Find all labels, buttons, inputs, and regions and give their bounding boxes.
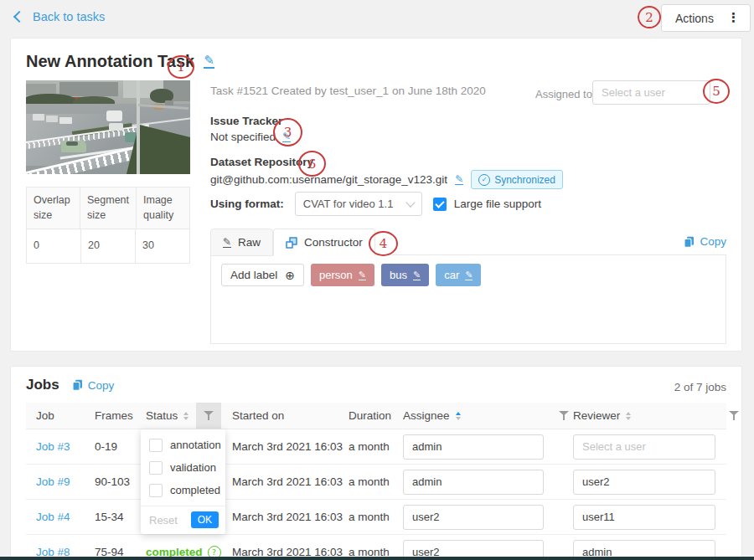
checkbox[interactable] [149,484,163,497]
large-file-checkbox-row[interactable]: Large file support [433,198,541,211]
filter-funnel-icon [204,411,214,420]
job-reviewer-cell [573,465,715,499]
annotation-circle-1: 1 [168,55,194,79]
job-assignee-cell [403,429,544,464]
label-tag-bus[interactable]: bus ✎ [381,264,429,286]
column-assignee[interactable]: Assignee [403,403,461,429]
jobs-title: Jobs [26,377,59,393]
job-reviewer-cell [573,500,715,534]
assigned-to-input[interactable] [592,80,710,105]
task-params-table: Overlap size Segment size Image quality … [26,187,190,264]
checkbox[interactable] [149,461,163,475]
preview-car [165,100,173,105]
reviewer-filter-button[interactable] [721,403,746,429]
column-status[interactable]: Status [146,403,188,429]
dataset-repository-row: git@github.com:username/git_storage_v123… [210,170,563,189]
pencil-icon: ✎ [223,237,231,248]
add-label-text: Add label [230,269,277,281]
label-tag-car-name: car [444,269,459,281]
check-circle-icon: ✓ [478,174,490,186]
edit-label-icon[interactable]: ✎ [465,270,473,280]
job-link[interactable]: Job #3 [36,429,70,464]
assignee-input[interactable] [403,434,544,460]
repository-url[interactable]: git@github.com:username/git_storage_v123… [210,173,447,186]
job-frames: 90-103 [95,465,130,499]
sort-carets-icon[interactable] [626,412,631,420]
annotation-circle-3: 3 [273,118,302,146]
edit-label-icon[interactable]: ✎ [413,270,421,280]
filter-option-completed[interactable]: completed [141,479,225,501]
tab-constructor-label: Constructor [304,236,363,249]
status-filter-button[interactable] [196,403,221,429]
assignee-input[interactable] [403,505,544,530]
edit-title-icon[interactable]: ✎ [204,54,214,69]
filter-option-annotation-label: annotation [170,439,221,451]
filter-reset-button[interactable]: Reset [149,514,178,527]
edit-repository-icon[interactable]: ✎ [455,174,463,185]
sync-status-badge[interactable]: ✓ Synchronized [471,170,563,189]
tab-raw[interactable]: ✎ Raw [210,229,273,256]
column-reviewer[interactable]: Reviewer [573,403,631,429]
label-tag-car[interactable]: car ✎ [436,264,481,286]
params-value-segment: 20 [81,229,136,263]
job-frames: 15-34 [95,500,124,534]
label-tag-bus-name: bus [390,269,407,281]
job-started: March 3rd 2021 16:03 [232,429,343,464]
edit-label-icon[interactable]: ✎ [359,270,366,280]
preview-car [109,123,123,131]
bottom-edge-bar [0,557,754,560]
reviewer-input[interactable] [573,470,715,495]
checkbox[interactable] [149,439,163,452]
jobs-header: Jobs Copy [26,377,114,393]
sort-carets-icon[interactable] [456,412,461,420]
task-details-card: New Annotation Task ✎ [10,38,742,352]
using-format-label: Using format: [210,198,284,210]
assignee-input[interactable] [403,470,544,495]
filter-option-validation[interactable]: validation [141,456,225,479]
sort-up-icon [456,412,461,415]
job-duration: a month [349,500,390,534]
jobs-copy-link[interactable]: Copy [72,379,115,392]
params-header-overlap: Overlap size [27,188,80,229]
tab-constructor[interactable]: Constructor [273,229,375,256]
actions-label: Actions [675,12,714,25]
column-status-label: Status [146,409,178,422]
chevron-down-icon [405,198,415,207]
reviewer-input[interactable] [573,505,715,530]
jobs-table-header: Job Frames Status Started on Duration As… [26,403,726,429]
labels-constructor-panel: Add label ⊕ person ✎ bus ✎ car ✎ [210,254,726,344]
params-value-quality: 30 [136,229,189,263]
task-meta: Task #1521 Created by test_user_1 on Jun… [210,85,486,97]
large-file-checkbox[interactable] [433,198,447,211]
reviewer-input[interactable] [573,434,715,460]
params-header-segment: Segment size [80,188,137,229]
job-duration: a month [349,465,390,499]
column-started: Started on [232,403,284,429]
more-dots-icon: ⋮ [727,12,740,24]
job-link[interactable]: Job #4 [36,500,70,534]
jobs-table: Job Frames Status Started on Duration As… [26,403,726,560]
sort-down-icon [626,417,631,420]
format-select[interactable]: CVAT for video 1.1 [295,192,422,216]
annotation-circle-2: 2 [638,6,661,28]
labels-copy-link[interactable]: Copy [684,235,726,248]
filter-option-annotation[interactable]: annotation [141,434,225,456]
back-chevron-icon [13,11,25,23]
annotation-circle-6: 6 [298,151,326,177]
preview-building [59,82,118,96]
job-assignee-cell [403,500,544,534]
back-to-tasks-link[interactable]: Back to tasks [15,10,105,23]
status-filter-dropdown: annotation validation completed Reset OK [141,429,225,534]
job-duration: a month [349,429,390,464]
params-header-quality: Image quality [137,188,189,229]
label-tag-person[interactable]: person ✎ [311,264,374,286]
actions-button[interactable]: Actions ⋮ [661,4,751,32]
preview-van [106,110,122,121]
sort-carets-icon[interactable] [183,412,188,420]
add-label-button[interactable]: Add label ⊕ [221,264,304,286]
annotation-circle-4: 4 [369,231,398,256]
filter-ok-button[interactable]: OK [191,511,219,528]
job-started: March 3rd 2021 16:03 [232,500,343,534]
job-link[interactable]: Job #9 [36,465,70,499]
sort-down-icon [456,417,461,420]
